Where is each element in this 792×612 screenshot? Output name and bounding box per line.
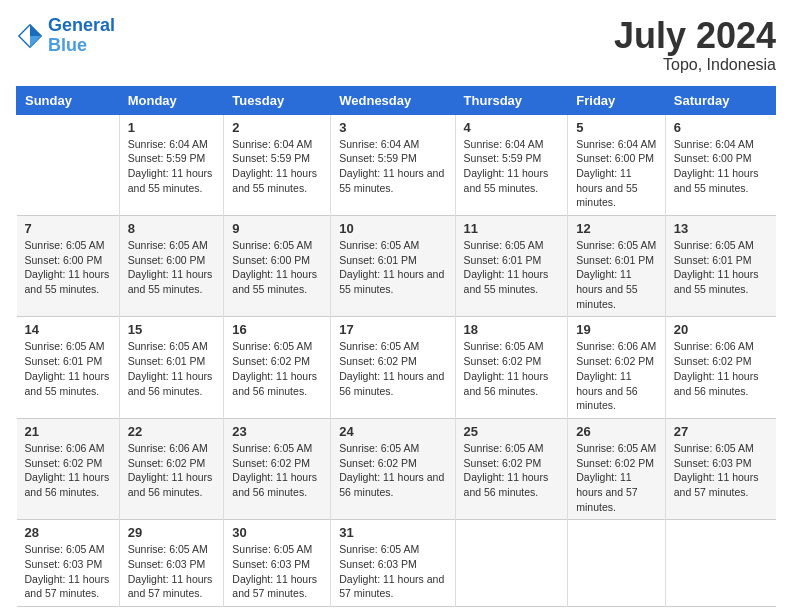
day-info: Sunrise: 6:04 AM Sunset: 5:59 PM Dayligh… [232, 137, 322, 196]
header-thursday: Thursday [455, 86, 568, 114]
header: General Blue July 2024 Topo, Indonesia [16, 16, 776, 74]
calendar-subtitle: Topo, Indonesia [614, 56, 776, 74]
day-number: 8 [128, 221, 216, 236]
day-number: 22 [128, 424, 216, 439]
day-info: Sunrise: 6:05 AM Sunset: 6:03 PM Dayligh… [674, 441, 768, 500]
day-cell: 7Sunrise: 6:05 AM Sunset: 6:00 PM Daylig… [17, 216, 120, 317]
day-number: 18 [464, 322, 560, 337]
day-cell: 19Sunrise: 6:06 AM Sunset: 6:02 PM Dayli… [568, 317, 666, 418]
day-cell: 17Sunrise: 6:05 AM Sunset: 6:02 PM Dayli… [331, 317, 455, 418]
day-cell: 2Sunrise: 6:04 AM Sunset: 5:59 PM Daylig… [224, 114, 331, 215]
day-info: Sunrise: 6:05 AM Sunset: 6:02 PM Dayligh… [339, 441, 446, 500]
day-cell: 3Sunrise: 6:04 AM Sunset: 5:59 PM Daylig… [331, 114, 455, 215]
day-cell: 29Sunrise: 6:05 AM Sunset: 6:03 PM Dayli… [119, 520, 224, 607]
day-number: 17 [339, 322, 446, 337]
day-cell: 28Sunrise: 6:05 AM Sunset: 6:03 PM Dayli… [17, 520, 120, 607]
day-cell [665, 520, 775, 607]
day-cell: 26Sunrise: 6:05 AM Sunset: 6:02 PM Dayli… [568, 418, 666, 519]
day-cell: 22Sunrise: 6:06 AM Sunset: 6:02 PM Dayli… [119, 418, 224, 519]
day-number: 7 [25, 221, 111, 236]
day-number: 1 [128, 120, 216, 135]
header-friday: Friday [568, 86, 666, 114]
day-cell: 15Sunrise: 6:05 AM Sunset: 6:01 PM Dayli… [119, 317, 224, 418]
day-cell: 14Sunrise: 6:05 AM Sunset: 6:01 PM Dayli… [17, 317, 120, 418]
day-cell: 5Sunrise: 6:04 AM Sunset: 6:00 PM Daylig… [568, 114, 666, 215]
day-info: Sunrise: 6:05 AM Sunset: 6:02 PM Dayligh… [232, 441, 322, 500]
day-number: 11 [464, 221, 560, 236]
day-number: 6 [674, 120, 768, 135]
day-info: Sunrise: 6:05 AM Sunset: 6:02 PM Dayligh… [576, 441, 657, 514]
day-info: Sunrise: 6:06 AM Sunset: 6:02 PM Dayligh… [25, 441, 111, 500]
day-number: 23 [232, 424, 322, 439]
day-info: Sunrise: 6:05 AM Sunset: 6:02 PM Dayligh… [464, 441, 560, 500]
day-cell [17, 114, 120, 215]
logo-icon [16, 22, 44, 50]
day-number: 30 [232, 525, 322, 540]
header-monday: Monday [119, 86, 224, 114]
week-row-1: 1Sunrise: 6:04 AM Sunset: 5:59 PM Daylig… [17, 114, 776, 215]
calendar-header-row: SundayMondayTuesdayWednesdayThursdayFrid… [17, 86, 776, 114]
day-cell: 11Sunrise: 6:05 AM Sunset: 6:01 PM Dayli… [455, 216, 568, 317]
day-cell: 13Sunrise: 6:05 AM Sunset: 6:01 PM Dayli… [665, 216, 775, 317]
day-cell: 31Sunrise: 6:05 AM Sunset: 6:03 PM Dayli… [331, 520, 455, 607]
day-info: Sunrise: 6:05 AM Sunset: 6:00 PM Dayligh… [128, 238, 216, 297]
day-cell: 12Sunrise: 6:05 AM Sunset: 6:01 PM Dayli… [568, 216, 666, 317]
header-wednesday: Wednesday [331, 86, 455, 114]
day-info: Sunrise: 6:06 AM Sunset: 6:02 PM Dayligh… [576, 339, 657, 412]
week-row-3: 14Sunrise: 6:05 AM Sunset: 6:01 PM Dayli… [17, 317, 776, 418]
day-cell: 1Sunrise: 6:04 AM Sunset: 5:59 PM Daylig… [119, 114, 224, 215]
day-info: Sunrise: 6:05 AM Sunset: 6:00 PM Dayligh… [232, 238, 322, 297]
header-sunday: Sunday [17, 86, 120, 114]
day-number: 26 [576, 424, 657, 439]
day-info: Sunrise: 6:05 AM Sunset: 6:01 PM Dayligh… [674, 238, 768, 297]
day-info: Sunrise: 6:05 AM Sunset: 6:02 PM Dayligh… [232, 339, 322, 398]
day-cell: 27Sunrise: 6:05 AM Sunset: 6:03 PM Dayli… [665, 418, 775, 519]
day-cell: 18Sunrise: 6:05 AM Sunset: 6:02 PM Dayli… [455, 317, 568, 418]
day-number: 31 [339, 525, 446, 540]
day-cell: 23Sunrise: 6:05 AM Sunset: 6:02 PM Dayli… [224, 418, 331, 519]
calendar-table: SundayMondayTuesdayWednesdayThursdayFrid… [16, 86, 776, 608]
day-number: 25 [464, 424, 560, 439]
day-number: 24 [339, 424, 446, 439]
day-info: Sunrise: 6:05 AM Sunset: 6:01 PM Dayligh… [25, 339, 111, 398]
day-cell: 16Sunrise: 6:05 AM Sunset: 6:02 PM Dayli… [224, 317, 331, 418]
day-cell: 21Sunrise: 6:06 AM Sunset: 6:02 PM Dayli… [17, 418, 120, 519]
day-number: 29 [128, 525, 216, 540]
day-number: 28 [25, 525, 111, 540]
day-info: Sunrise: 6:05 AM Sunset: 6:03 PM Dayligh… [232, 542, 322, 601]
logo: General Blue [16, 16, 115, 56]
day-cell: 25Sunrise: 6:05 AM Sunset: 6:02 PM Dayli… [455, 418, 568, 519]
day-info: Sunrise: 6:04 AM Sunset: 6:00 PM Dayligh… [576, 137, 657, 210]
day-cell: 9Sunrise: 6:05 AM Sunset: 6:00 PM Daylig… [224, 216, 331, 317]
day-info: Sunrise: 6:06 AM Sunset: 6:02 PM Dayligh… [674, 339, 768, 398]
logo-text: General Blue [48, 16, 115, 56]
day-number: 16 [232, 322, 322, 337]
day-number: 12 [576, 221, 657, 236]
day-number: 4 [464, 120, 560, 135]
day-number: 10 [339, 221, 446, 236]
day-info: Sunrise: 6:04 AM Sunset: 5:59 PM Dayligh… [339, 137, 446, 196]
day-number: 5 [576, 120, 657, 135]
day-info: Sunrise: 6:05 AM Sunset: 6:00 PM Dayligh… [25, 238, 111, 297]
day-cell: 30Sunrise: 6:05 AM Sunset: 6:03 PM Dayli… [224, 520, 331, 607]
day-info: Sunrise: 6:05 AM Sunset: 6:02 PM Dayligh… [339, 339, 446, 398]
day-number: 21 [25, 424, 111, 439]
day-info: Sunrise: 6:06 AM Sunset: 6:02 PM Dayligh… [128, 441, 216, 500]
day-cell [568, 520, 666, 607]
day-number: 20 [674, 322, 768, 337]
day-info: Sunrise: 6:05 AM Sunset: 6:03 PM Dayligh… [128, 542, 216, 601]
day-info: Sunrise: 6:05 AM Sunset: 6:01 PM Dayligh… [339, 238, 446, 297]
header-tuesday: Tuesday [224, 86, 331, 114]
week-row-5: 28Sunrise: 6:05 AM Sunset: 6:03 PM Dayli… [17, 520, 776, 607]
day-number: 19 [576, 322, 657, 337]
header-saturday: Saturday [665, 86, 775, 114]
day-info: Sunrise: 6:04 AM Sunset: 5:59 PM Dayligh… [464, 137, 560, 196]
day-number: 3 [339, 120, 446, 135]
day-info: Sunrise: 6:04 AM Sunset: 6:00 PM Dayligh… [674, 137, 768, 196]
day-cell: 20Sunrise: 6:06 AM Sunset: 6:02 PM Dayli… [665, 317, 775, 418]
day-info: Sunrise: 6:05 AM Sunset: 6:01 PM Dayligh… [576, 238, 657, 311]
day-info: Sunrise: 6:05 AM Sunset: 6:03 PM Dayligh… [25, 542, 111, 601]
day-cell: 8Sunrise: 6:05 AM Sunset: 6:00 PM Daylig… [119, 216, 224, 317]
week-row-4: 21Sunrise: 6:06 AM Sunset: 6:02 PM Dayli… [17, 418, 776, 519]
day-info: Sunrise: 6:04 AM Sunset: 5:59 PM Dayligh… [128, 137, 216, 196]
